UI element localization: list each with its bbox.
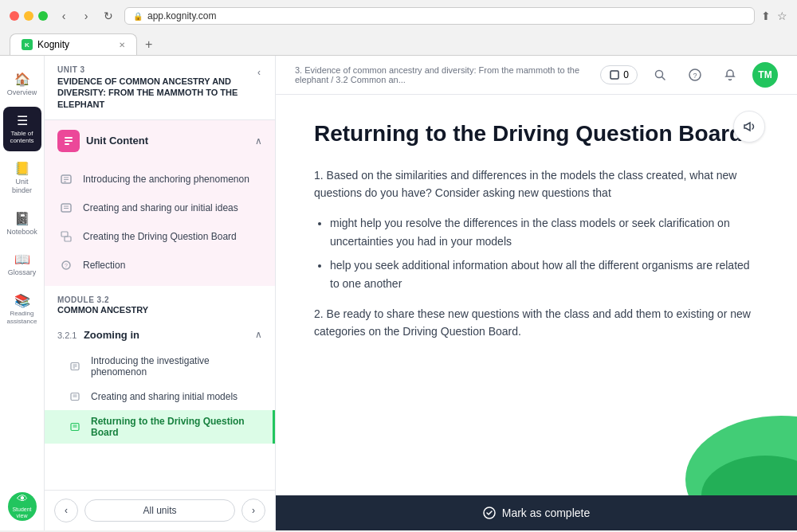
svg-rect-2 — [65, 143, 69, 145]
svg-rect-0 — [65, 137, 73, 139]
content-bullet2: help you seek additional information abo… — [330, 256, 759, 292]
share-icon[interactable]: ⬆ — [761, 10, 771, 22]
home-icon: 🏠 — [14, 72, 30, 87]
sidebar-item-unit-binder[interactable]: 📒 Unit binder — [3, 155, 41, 201]
notebook-icon: 📓 — [14, 211, 30, 226]
sidebar-item-notebook[interactable]: 📓 Notebook — [3, 205, 41, 243]
box-icon — [609, 69, 620, 80]
svg-rect-24 — [611, 71, 618, 79]
unit-content-section: Unit Content ∧ — [45, 120, 275, 286]
browser-tab[interactable]: K Kognity ✕ — [10, 33, 137, 55]
sidebar-item-overview[interactable]: 🏠 Overview — [3, 65, 41, 104]
uc-item-anchoring[interactable]: Introducing the anchoring phenomenon — [45, 165, 275, 194]
main-header: 3. Evidence of common ancestry and diver… — [276, 56, 797, 95]
initial-models-item-icon — [67, 389, 83, 405]
app: 🏠 Overview ☰ Table of contents 📒 Unit bi… — [0, 56, 797, 530]
uc-item-driving-question[interactable]: Creating the Driving Question Board — [45, 222, 275, 251]
svg-text:?: ? — [693, 72, 697, 80]
collapse-sidebar-button[interactable]: ‹ — [256, 65, 262, 80]
uc-item-driving-question-label: Creating the Driving Question Board — [83, 231, 237, 242]
green-decoration — [622, 392, 797, 495]
returning-item-icon — [67, 419, 83, 435]
svg-line-26 — [662, 77, 665, 80]
check-circle-icon — [483, 507, 496, 519]
content-area: Returning to the Driving Question Board … — [276, 95, 797, 495]
address-bar[interactable]: 🔒 app.kognity.com — [124, 7, 755, 25]
lesson-item-investigative[interactable]: Introducing the investigative phenomenon — [45, 350, 275, 383]
url-text: app.kognity.com — [147, 10, 217, 22]
search-button[interactable] — [647, 62, 673, 88]
lesson-item-initial-models[interactable]: Creating and sharing initial models — [45, 383, 275, 410]
sidebar-item-glossary[interactable]: 📖 Glossary — [3, 245, 41, 284]
traffic-light-red[interactable] — [10, 11, 19, 21]
sidebar-item-toc-label: Table of contents — [6, 130, 38, 145]
unit-label: UNIT 3 — [57, 65, 256, 74]
sidebar-unit-header: UNIT 3 EVIDENCE OF COMMON ANCESTRY AND D… — [45, 56, 275, 120]
lesson-item-returning-label: Returning to the Driving Question Board — [91, 416, 260, 438]
back-button[interactable]: ‹ — [54, 6, 73, 25]
unit-content-chevron-icon: ∧ — [255, 135, 262, 147]
traffic-light-yellow[interactable] — [24, 11, 33, 21]
sidebar-footer: ‹ All units › — [45, 490, 275, 530]
uc-item-creating-sharing[interactable]: Creating and sharing our initial ideas — [45, 194, 275, 222]
lesson-group: 3.2.1 Zooming in ∧ — [45, 318, 275, 448]
main-content: 3. Evidence of common ancestry and diver… — [276, 56, 797, 530]
all-units-button[interactable]: All units — [84, 499, 235, 522]
mark-complete-button[interactable]: Mark as complete — [483, 507, 590, 519]
uc-item-reflection-label: Reflection — [83, 260, 125, 271]
forward-button[interactable]: › — [77, 6, 96, 25]
sidebar-item-reading[interactable]: 📚 Reading assistance — [3, 287, 41, 331]
investigative-item-icon — [67, 358, 83, 374]
prev-button[interactable]: ‹ — [54, 499, 78, 522]
creating-sharing-item-icon — [57, 199, 75, 217]
content-para1: 1. Based on the similarities and differe… — [314, 166, 759, 202]
box-count-button[interactable]: 0 — [600, 65, 638, 84]
help-icon: ? — [689, 68, 701, 81]
sidebar-item-student-view[interactable]: 👁 Student view — [8, 492, 37, 521]
driving-question-item-icon — [57, 228, 75, 245]
content-body: 1. Based on the similarities and differe… — [314, 166, 759, 341]
sidebar-item-notebook-label: Notebook — [6, 228, 37, 237]
lesson-item-returning[interactable]: Returning to the Driving Question Board — [45, 410, 275, 444]
lesson-header[interactable]: 3.2.1 Zooming in ∧ — [45, 321, 275, 348]
lesson-chevron-icon: ∧ — [255, 329, 262, 340]
tab-close-button[interactable]: ✕ — [119, 41, 125, 49]
bookmark-icon[interactable]: ☆ — [777, 10, 787, 22]
lesson-item-initial-models-label: Creating and sharing initial models — [91, 391, 238, 402]
new-tab-button[interactable]: + — [139, 34, 159, 55]
content-sidebar: UNIT 3 EVIDENCE OF COMMON ANCESTRY AND D… — [45, 56, 276, 530]
box-count: 0 — [623, 69, 629, 80]
svg-point-30 — [701, 456, 797, 495]
content-bullet1: might help you resolve the differences i… — [330, 214, 759, 250]
sidebar-item-glossary-label: Glossary — [8, 268, 37, 277]
notifications-button[interactable] — [717, 62, 743, 88]
svg-rect-11 — [65, 237, 71, 241]
mark-complete-label: Mark as complete — [502, 507, 590, 519]
avatar: TM — [752, 62, 778, 88]
bottom-bar[interactable]: Mark as complete — [276, 495, 797, 530]
browser-chrome: ‹ › ↻ 🔒 app.kognity.com ⬆ ☆ K Kognity ✕ … — [0, 0, 797, 56]
unit-content-items: Introducing the anchoring phenomenon Cre… — [45, 162, 275, 286]
sidebar-item-toc[interactable]: ☰ Table of contents — [3, 107, 41, 151]
refresh-button[interactable]: ↻ — [99, 6, 118, 25]
content-para2: 2. Be ready to share these new questions… — [314, 305, 759, 341]
lesson-items: Introducing the investigative phenomenon… — [45, 348, 275, 445]
svg-point-29 — [685, 416, 797, 495]
traffic-light-green[interactable] — [38, 11, 48, 21]
uc-item-anchoring-label: Introducing the anchoring phenomenon — [83, 174, 249, 185]
uc-item-creating-sharing-label: Creating and sharing our initial ideas — [83, 202, 238, 213]
sidebar-item-overview-label: Overview — [7, 88, 37, 97]
megaphone-button[interactable] — [733, 111, 765, 143]
sidebar-nav: 🏠 Overview ☰ Table of contents 📒 Unit bi… — [0, 56, 45, 530]
module-section: MODULE 3.2 COMMON ANCESTRY — [45, 286, 275, 318]
unit-content-header[interactable]: Unit Content ∧ — [45, 120, 275, 162]
lesson-item-investigative-label: Introducing the investigative phenomenon — [91, 355, 262, 377]
anchoring-item-icon — [57, 170, 75, 188]
svg-text:?: ? — [65, 263, 68, 268]
help-button[interactable]: ? — [682, 62, 708, 88]
next-button[interactable]: › — [241, 499, 265, 522]
page-title: Returning to the Driving Question Board — [314, 120, 759, 147]
unit-content-title: Unit Content — [86, 135, 148, 147]
uc-item-reflection[interactable]: ? Reflection — [45, 251, 275, 280]
search-icon — [654, 68, 666, 81]
